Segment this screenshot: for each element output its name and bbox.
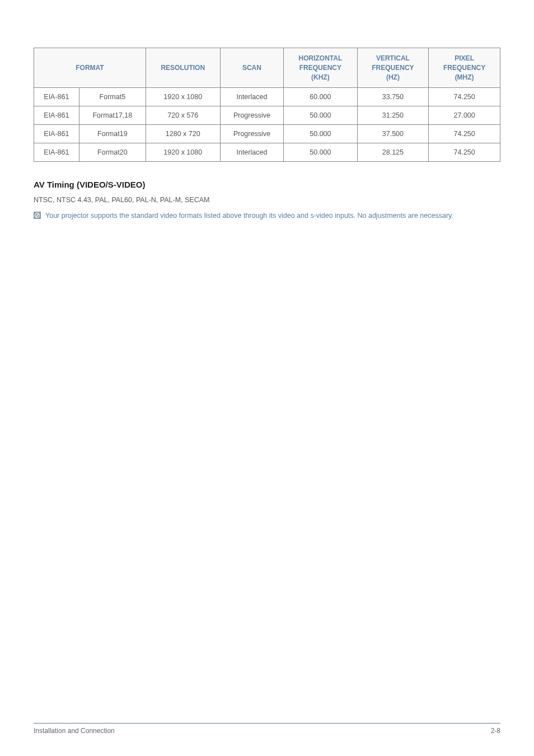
cell-resolution: 720 x 576	[146, 106, 220, 125]
cell-format-variant: Format5	[79, 88, 146, 106]
cell-scan: Interlaced	[220, 143, 284, 162]
cell-format-standard: EIA-861	[34, 143, 79, 162]
header-hfreq-line2: FREQUENCY	[299, 64, 341, 72]
cell-scan: Progressive	[220, 106, 284, 125]
cell-resolution: 1920 x 1080	[146, 143, 220, 162]
header-vfreq-line1: VERTICAL	[376, 54, 410, 62]
header-hfreq-line3: (KHZ)	[311, 73, 330, 81]
cell-pfreq: 74.250	[429, 88, 500, 106]
av-timing-body-text: NTSC, NTSC 4.43, PAL, PAL60, PAL-N, PAL-…	[34, 196, 500, 204]
cell-format-standard: EIA-861	[34, 106, 79, 125]
cell-scan: Interlaced	[220, 88, 284, 106]
cell-vfreq: 28.125	[357, 143, 429, 162]
header-pfreq-line2: FREQUENCY	[443, 64, 485, 72]
header-format: FORMAT	[34, 48, 146, 88]
footer-page-number: 2-8	[491, 727, 500, 735]
header-pixel-frequency: PIXEL FREQUENCY (MHZ)	[429, 48, 500, 88]
cell-hfreq: 50.000	[284, 125, 357, 143]
cell-hfreq: 60.000	[284, 88, 357, 106]
note-block: Your projector supports the standard vid…	[34, 211, 500, 221]
header-pfreq-line3: (MHZ)	[455, 73, 474, 81]
table-row: EIA-861 Format20 1920 x 1080 Interlaced …	[34, 143, 500, 162]
header-horizontal-frequency: HORIZONTAL FREQUENCY (KHZ)	[284, 48, 357, 88]
note-icon	[34, 211, 41, 218]
cell-vfreq: 31.250	[357, 106, 429, 125]
header-vfreq-line3: (HZ)	[386, 73, 400, 81]
cell-vfreq: 33.750	[357, 88, 429, 106]
header-vfreq-line2: FREQUENCY	[372, 64, 414, 72]
footer-section-title: Installation and Connection	[34, 727, 115, 735]
header-scan: SCAN	[220, 48, 284, 88]
cell-format-variant: Format17,18	[79, 106, 146, 125]
cell-hfreq: 50.000	[284, 106, 357, 125]
cell-scan: Progressive	[220, 125, 284, 143]
header-pfreq-line1: PIXEL	[455, 54, 474, 62]
cell-resolution: 1280 x 720	[146, 125, 220, 143]
table-row: EIA-861 Format17,18 720 x 576 Progressiv…	[34, 106, 500, 125]
timing-table: FORMAT RESOLUTION SCAN HORIZONTAL FREQUE…	[34, 48, 500, 162]
cell-pfreq: 74.250	[429, 125, 500, 143]
table-row: EIA-861 Format19 1280 x 720 Progressive …	[34, 125, 500, 143]
section-heading-av-timing: AV Timing (VIDEO/S-VIDEO)	[34, 180, 500, 189]
cell-format-variant: Format20	[79, 143, 146, 162]
cell-format-standard: EIA-861	[34, 88, 79, 106]
cell-format-standard: EIA-861	[34, 125, 79, 143]
note-text: Your projector supports the standard vid…	[45, 211, 453, 221]
cell-pfreq: 27.000	[429, 106, 500, 125]
cell-format-variant: Format19	[79, 125, 146, 143]
table-row: EIA-861 Format5 1920 x 1080 Interlaced 6…	[34, 88, 500, 106]
header-vertical-frequency: VERTICAL FREQUENCY (HZ)	[357, 48, 429, 88]
cell-vfreq: 37.500	[357, 125, 429, 143]
header-resolution: RESOLUTION	[146, 48, 220, 88]
header-hfreq-line1: HORIZONTAL	[298, 54, 342, 62]
cell-hfreq: 50.000	[284, 143, 357, 162]
cell-resolution: 1920 x 1080	[146, 88, 220, 106]
page-footer: Installation and Connection 2-8	[34, 723, 500, 735]
cell-pfreq: 74.250	[429, 143, 500, 162]
